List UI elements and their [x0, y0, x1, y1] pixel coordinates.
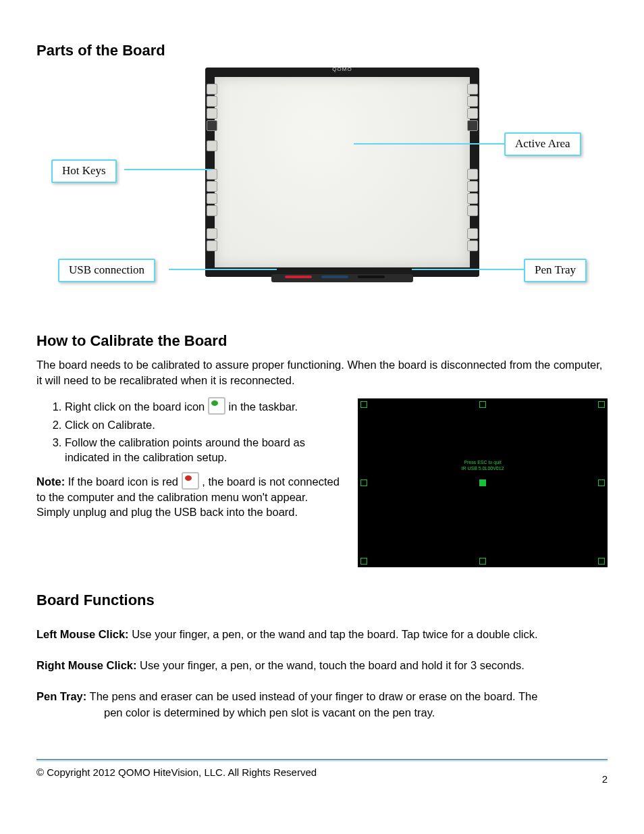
heading-parts: Parts of the Board — [36, 41, 608, 61]
active-area — [215, 77, 470, 267]
board-icon-green — [208, 397, 225, 415]
board-icon-red — [182, 472, 199, 490]
callout-hot-keys: Hot Keys — [51, 159, 117, 183]
parts-diagram: QOMO Hot Keys Active Area USB connection — [36, 68, 608, 311]
calibrate-steps: Right click on the board icon in the tas… — [65, 397, 342, 465]
step-1: Right click on the board icon in the tas… — [65, 397, 342, 415]
func-left-click: Left Mouse Click: Use your finger, a pen… — [36, 627, 608, 642]
func-right-click: Right Mouse Click: Use your finger, a pe… — [36, 658, 608, 673]
calibrate-note: Note: If the board icon is red , the boa… — [36, 472, 342, 520]
footer-copyright: © Copyright 2012 QOMO HiteVision, LLC. A… — [36, 766, 317, 779]
calibrate-intro: The board needs to be calibrated to assu… — [36, 357, 608, 388]
pen-tray — [271, 274, 413, 282]
board-brand: QOMO — [332, 66, 352, 74]
heading-functions: Board Functions — [36, 590, 608, 610]
step-2: Click on Calibrate. — [65, 417, 342, 432]
heading-calibrate: How to Calibrate the Board — [36, 331, 608, 351]
callout-pen-tray: Pen Tray — [524, 259, 587, 282]
callout-active-area: Active Area — [504, 132, 581, 156]
calib-msg-2: IR USB 5.0L00V012 — [461, 466, 504, 471]
footer-rule-light — [36, 760, 608, 761]
calib-msg-1: Press ESC to quit — [464, 460, 501, 465]
calibration-screenshot: Press ESC to quit IR USB 5.0L00V012 — [358, 398, 608, 567]
step-3: Follow the calibration points around the… — [65, 435, 342, 465]
whiteboard-image: QOMO — [205, 68, 479, 277]
callout-usb: USB connection — [58, 259, 155, 282]
page-number: 2 — [602, 773, 608, 786]
footer-rule — [36, 759, 608, 760]
func-pen-tray: Pen Tray: The pens and eraser can be use… — [36, 689, 608, 721]
